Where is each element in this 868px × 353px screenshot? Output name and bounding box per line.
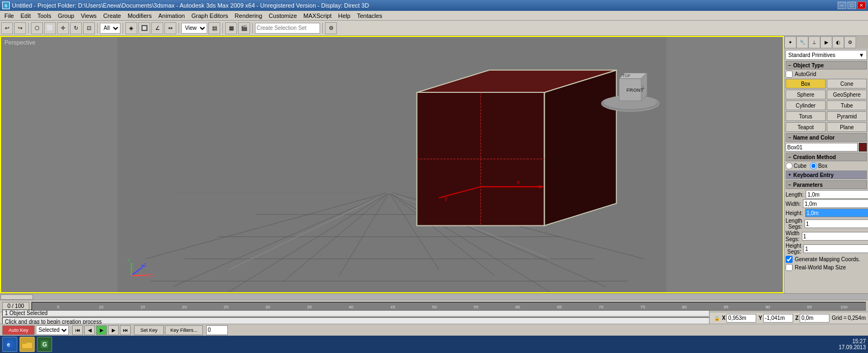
menu-item-views[interactable]: Views <box>78 12 100 20</box>
x-input[interactable] <box>726 314 756 323</box>
panel-tab-utilities[interactable]: ⚙ <box>844 36 856 48</box>
y-input[interactable] <box>763 314 793 323</box>
obj-btn-cone[interactable]: Cone <box>827 79 867 89</box>
anim-skip-end[interactable]: ⏭ <box>120 325 131 335</box>
menu-item-modifiers[interactable]: Modifiers <box>124 12 155 20</box>
select-region-button[interactable]: ⬜ <box>44 22 56 34</box>
obj-btn-box[interactable]: Box <box>786 79 826 89</box>
frame-controls <box>206 325 228 335</box>
layer-manager-button[interactable]: ▤ <box>208 22 220 34</box>
panel-tab-create[interactable]: ✦ <box>784 36 796 48</box>
width-segs-label: Width Segs: <box>786 230 802 242</box>
anim-skip-start[interactable]: ⏮ <box>72 325 83 335</box>
real-world-checkbox[interactable] <box>786 264 793 271</box>
obj-btn-sphere[interactable]: Sphere <box>786 90 826 99</box>
keyboard-entry-header[interactable]: + Keyboard Entry <box>786 171 867 179</box>
width-segs-input[interactable] <box>802 232 868 241</box>
select-object-button[interactable]: ⬡ <box>31 22 43 34</box>
box-radio[interactable] <box>810 162 817 169</box>
key-filters-button[interactable]: Key Filters... <box>165 325 203 335</box>
scroll-thumb[interactable] <box>1 294 33 300</box>
obj-btn-teapot[interactable]: Teapot <box>786 122 826 132</box>
menu-item-tentacles[interactable]: Tentacles <box>354 12 385 20</box>
color-swatch[interactable] <box>859 143 867 152</box>
menu-item-animation[interactable]: Animation <box>155 12 188 20</box>
autogrid-checkbox[interactable] <box>786 71 793 78</box>
minimize-button[interactable]: – <box>838 2 846 9</box>
length-segs-row: Length Segs: ▲▼ <box>786 218 867 230</box>
cube-radio[interactable] <box>786 162 793 169</box>
mirror-button[interactable]: ⇔ <box>164 22 176 34</box>
create-selection-set-input[interactable] <box>255 23 320 34</box>
app-button[interactable]: G <box>37 337 52 352</box>
menu-item-help[interactable]: Help <box>335 12 354 20</box>
window-controls[interactable]: – □ ✕ <box>838 2 866 9</box>
menu-item-group[interactable]: Group <box>54 12 78 20</box>
snap-toggle-button[interactable]: 🔲 <box>138 22 150 34</box>
rotate-button[interactable]: ↻ <box>70 22 82 34</box>
menu-item-tools[interactable]: Tools <box>34 12 55 20</box>
material-button[interactable]: ◈ <box>125 22 137 34</box>
select-filter-dropdown[interactable]: All <box>100 23 120 34</box>
folder-button[interactable] <box>20 337 35 352</box>
anim-next-frame[interactable]: ▶ <box>108 325 119 335</box>
real-world-row: Real-World Map Size <box>786 264 867 271</box>
generate-mapping-checkbox[interactable] <box>786 256 793 263</box>
title-bar: S Untitled - Project Folder: D:\Users\Ел… <box>0 0 868 11</box>
menu-item-edit[interactable]: Edit <box>17 12 34 20</box>
obj-btn-torus[interactable]: Torus <box>786 111 826 121</box>
timeline-ruler[interactable]: 5 10 15 20 25 30 35 40 45 50 55 60 65 70… <box>31 302 866 311</box>
viewport-scrollbar-horizontal[interactable] <box>0 293 868 300</box>
panel-tab-display[interactable]: ◐ <box>832 36 844 48</box>
width-input[interactable] <box>803 199 868 208</box>
render-type-button[interactable]: ▦ <box>225 22 237 34</box>
creation-method-header[interactable]: – Creation Method <box>786 153 867 161</box>
anim-prev-frame[interactable]: ◀ <box>84 325 95 335</box>
category-dropdown[interactable]: Standard Primitives ▼ <box>786 50 867 60</box>
menu-item-create[interactable]: Create <box>100 12 124 20</box>
select-move-button[interactable]: ✛ <box>57 22 69 34</box>
obj-btn-tube[interactable]: Tube <box>827 100 867 110</box>
obj-btn-pyramid[interactable]: Pyramid <box>827 111 867 121</box>
angle-snap-button[interactable]: ∠ <box>151 22 163 34</box>
anim-keys-area: Set Key Key Filters... <box>134 325 203 335</box>
menu-item-file[interactable]: File <box>1 12 17 20</box>
viewport[interactable]: Perspective <box>0 36 784 293</box>
anim-btn-autokey[interactable]: Auto Key <box>2 325 35 335</box>
panel-tab-motion[interactable]: ▶ <box>820 36 832 48</box>
name-color-header[interactable]: – Name and Color <box>786 133 867 142</box>
panel-tab-modify[interactable]: 🔧 <box>796 36 808 48</box>
object-type-header[interactable]: – Object Type <box>786 61 867 70</box>
obj-btn-cylinder[interactable]: Cylinder <box>786 100 826 110</box>
anim-play[interactable]: ▶ <box>96 325 107 335</box>
view-dropdown[interactable]: View <box>181 23 207 34</box>
length-input[interactable] <box>806 190 868 199</box>
anim-select-mode[interactable]: Selected <box>36 325 69 335</box>
panel-tab-hierarchy[interactable]: ⊥ <box>808 36 820 48</box>
object-name-input[interactable] <box>786 143 858 152</box>
parameters-header[interactable]: – Parameters <box>786 180 867 189</box>
obj-btn-plane[interactable]: Plane <box>827 122 867 132</box>
length-segs-input[interactable] <box>805 219 868 228</box>
named-selection-button[interactable]: ⚙ <box>325 22 337 34</box>
z-input[interactable] <box>800 314 829 323</box>
close-button[interactable]: ✕ <box>857 2 866 9</box>
creation-method-row: Cube Box <box>786 162 867 169</box>
object-type-label: Object Type <box>793 62 824 68</box>
menu-item-maxscript[interactable]: MAXScript <box>300 12 335 20</box>
menu-item-rendering[interactable]: Rendering <box>232 12 266 20</box>
scale-button[interactable]: ⊡ <box>83 22 95 34</box>
height-input[interactable] <box>805 209 868 217</box>
frame-input[interactable] <box>206 325 228 335</box>
menu-item-graph editors[interactable]: Graph Editors <box>188 12 232 20</box>
redo-button[interactable]: ↪ <box>14 22 26 34</box>
maximize-button[interactable]: □ <box>847 2 856 9</box>
height-segs-input[interactable] <box>803 244 868 253</box>
start-button[interactable]: e <box>2 337 17 352</box>
undo-button[interactable]: ↩ <box>1 22 13 34</box>
obj-btn-geosphere[interactable]: GeoSphere <box>827 90 867 99</box>
length-segs-label: Length Segs: <box>786 218 805 230</box>
menu-item-customize[interactable]: Customize <box>265 12 300 20</box>
render-button[interactable]: 🎬 <box>238 22 250 34</box>
set-key-button[interactable]: Set Key <box>134 325 164 335</box>
